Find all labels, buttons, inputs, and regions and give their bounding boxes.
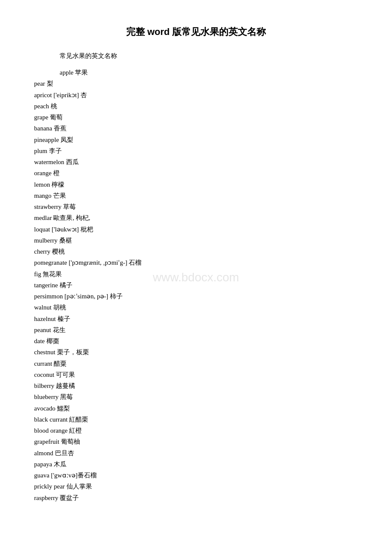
list-item: pineapple 凤梨 bbox=[34, 134, 358, 145]
list-item: plum 李子 bbox=[34, 145, 358, 156]
list-item: medlar 歐查果, 枸杞, bbox=[34, 212, 358, 223]
page-title: 完整 word 版常见水果的英文名称 bbox=[34, 26, 358, 38]
list-item: pomegranate ['pɔmgrænit, ˌpɔmiˈg-] 石榴 bbox=[34, 257, 358, 268]
list-item: banana 香蕉 bbox=[34, 123, 358, 134]
list-item: bilberry 越蔓橘 bbox=[34, 380, 358, 391]
list-item: mulberry 桑椹 bbox=[34, 235, 358, 246]
list-item: fig 無花果 bbox=[34, 269, 358, 280]
list-item: chestnut 栗子，板栗 bbox=[34, 347, 358, 358]
list-item: orange 橙 bbox=[34, 168, 358, 179]
list-item: guava ['gwɑːvə]番石榴 bbox=[34, 470, 358, 481]
list-item: strawberry 草莓 bbox=[34, 201, 358, 212]
list-item: tangerine 橘子 bbox=[34, 280, 358, 291]
list-item: mango 芒果 bbox=[34, 190, 358, 201]
list-item: walnut 胡桃 bbox=[34, 302, 358, 313]
list-item: cherry 樱桃 bbox=[34, 246, 358, 257]
list-item: almond 巴旦杏 bbox=[34, 448, 358, 459]
list-item: grape 葡萄 bbox=[34, 112, 358, 123]
list-item: avocado 鱷梨 bbox=[34, 403, 358, 414]
list-item: coconut 可可果 bbox=[34, 369, 358, 380]
subtitle: 常见水果的英文名称 bbox=[60, 52, 358, 60]
list-item: apple 苹果 bbox=[60, 67, 358, 78]
list-item: apricot ['eiprikɔt] 杏 bbox=[34, 90, 358, 101]
list-item: persimmon [pəːˈsimən, pə-] 柿子 bbox=[34, 291, 358, 302]
list-item: lemon 檸檬 bbox=[34, 179, 358, 190]
list-item: black currant 紅醋栗 bbox=[34, 414, 358, 425]
list-item: hazelnut 榛子 bbox=[34, 313, 358, 324]
list-item: raspberry 覆盆子 bbox=[34, 492, 358, 503]
list-item: papaya 木瓜 bbox=[34, 459, 358, 470]
list-item: prickly pear 仙人掌果 bbox=[34, 481, 358, 492]
list-item: watermelon 西瓜 bbox=[34, 156, 358, 168]
list-item: blood orange 紅橙 bbox=[34, 425, 358, 436]
list-item: peanut 花生 bbox=[34, 324, 358, 335]
list-item: grapefruit 葡萄柚 bbox=[34, 436, 358, 447]
list-item: currant 醋粟 bbox=[34, 358, 358, 369]
list-item: loquat ['ləukwɔt] 枇杷 bbox=[34, 224, 358, 235]
list-item: peach 桃 bbox=[34, 101, 358, 112]
fruit-list: apple 苹果pear 梨apricot ['eiprikɔt] 杏peach… bbox=[34, 67, 358, 503]
list-item: blueberry 黑莓 bbox=[34, 391, 358, 402]
list-item: date 椰棗 bbox=[34, 335, 358, 347]
list-item: pear 梨 bbox=[34, 78, 358, 89]
